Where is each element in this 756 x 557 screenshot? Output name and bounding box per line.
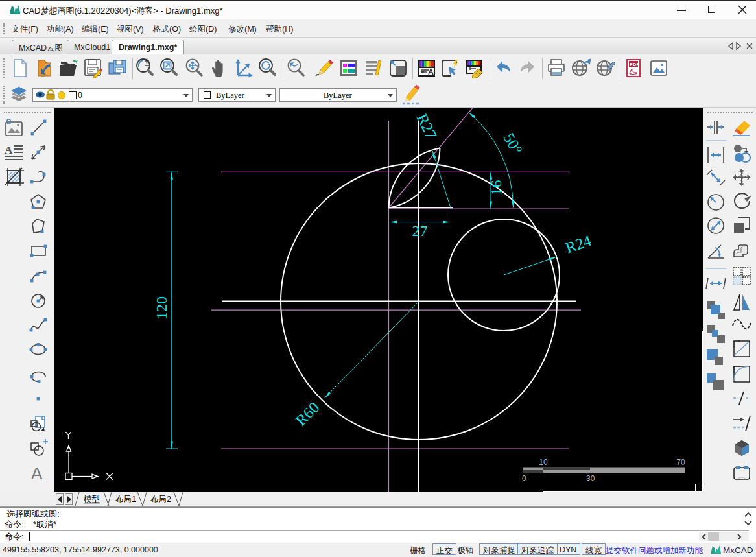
svg-text:30: 30 [586, 474, 595, 483]
svg-text:布局2: 布局2 [150, 495, 171, 504]
svg-text:R24: R24 [563, 232, 593, 257]
svg-text:50°: 50° [500, 130, 525, 158]
svg-text:布局1: 布局1 [115, 495, 136, 504]
svg-text:10: 10 [539, 458, 548, 467]
svg-text:16: 16 [488, 180, 504, 196]
svg-text:R27: R27 [414, 111, 440, 141]
svg-text:PDF: PDF [630, 62, 639, 67]
svg-text:0: 0 [522, 474, 526, 483]
svg-text:A: A [31, 464, 43, 483]
svg-text:70: 70 [676, 458, 685, 467]
svg-text:120: 120 [153, 296, 170, 320]
svg-text:R60: R60 [292, 399, 323, 429]
svg-text:模型: 模型 [83, 495, 100, 504]
svg-text:27: 27 [412, 222, 428, 239]
svg-text:A: A [5, 144, 13, 156]
